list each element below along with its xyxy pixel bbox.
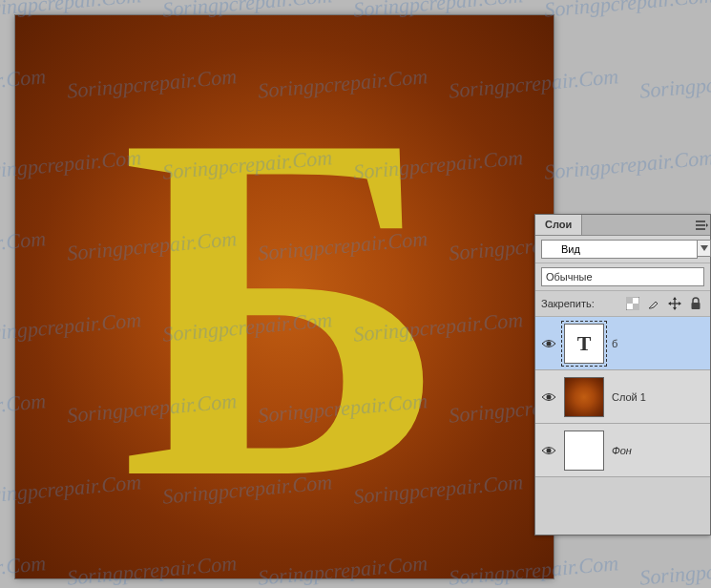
move-icon — [668, 297, 681, 310]
layer-thumbnail[interactable]: T — [564, 324, 604, 364]
svg-point-21 — [547, 448, 552, 452]
svg-rect-18 — [692, 303, 701, 309]
lock-label: Закрепить: — [541, 298, 595, 309]
layer-row-text[interactable]: T б — [535, 317, 710, 370]
layers-panel: Слои — [534, 214, 711, 536]
layer-name[interactable]: Фон — [612, 445, 632, 456]
lock-row: Закрепить: — [535, 291, 710, 317]
svg-marker-16 — [668, 302, 671, 305]
lock-all-button[interactable] — [687, 295, 704, 312]
svg-marker-3 — [706, 223, 708, 227]
lock-icon — [690, 297, 701, 310]
layer-name[interactable]: б — [612, 338, 617, 349]
chevron-down-icon — [701, 245, 708, 251]
workspace: Б Слои — [0, 0, 711, 588]
panel-footer — [535, 477, 710, 535]
canvas[interactable]: Б — [15, 15, 554, 578]
blend-mode-value: Обычные — [546, 271, 593, 283]
svg-rect-10 — [626, 297, 633, 304]
layer-row-background[interactable]: Фон — [535, 424, 710, 477]
eye-icon — [541, 445, 556, 456]
panel-tab-bar: Слои — [535, 215, 710, 236]
layer-name[interactable]: Слой 1 — [612, 391, 646, 403]
checker-icon — [626, 297, 639, 310]
lock-transparency-button[interactable] — [624, 295, 641, 312]
panel-menu-button[interactable] — [693, 215, 710, 235]
lock-pixels-button[interactable] — [645, 295, 662, 312]
layers-tab[interactable]: Слои — [535, 215, 582, 235]
blend-mode-row: Обычные — [535, 263, 710, 291]
visibility-toggle[interactable] — [541, 443, 556, 458]
eye-icon — [541, 338, 556, 349]
menu-icon — [695, 220, 708, 231]
svg-marker-6 — [701, 245, 708, 251]
layer-row-raster[interactable]: Слой 1 — [535, 370, 710, 424]
svg-marker-17 — [679, 302, 681, 305]
filter-row — [535, 236, 710, 263]
svg-point-19 — [547, 341, 552, 346]
document-window: Б — [15, 15, 554, 578]
svg-marker-14 — [673, 297, 677, 300]
blend-mode-select[interactable]: Обычные — [541, 267, 704, 286]
brush-icon — [647, 297, 660, 310]
layers-list: T б Слой 1 — [535, 317, 710, 477]
svg-marker-15 — [673, 307, 677, 310]
svg-point-20 — [547, 394, 552, 399]
svg-rect-11 — [633, 304, 639, 310]
visibility-toggle[interactable] — [541, 389, 556, 405]
lock-position-button[interactable] — [666, 295, 683, 312]
layer-thumbnail[interactable] — [564, 430, 604, 471]
visibility-toggle[interactable] — [541, 336, 556, 351]
filter-dropdown-arrow[interactable] — [698, 240, 711, 257]
eye-icon — [541, 391, 556, 403]
layer-thumbnail[interactable] — [564, 377, 604, 417]
filter-type-select[interactable] — [541, 240, 698, 259]
text-layer-content: Б — [120, 58, 449, 555]
